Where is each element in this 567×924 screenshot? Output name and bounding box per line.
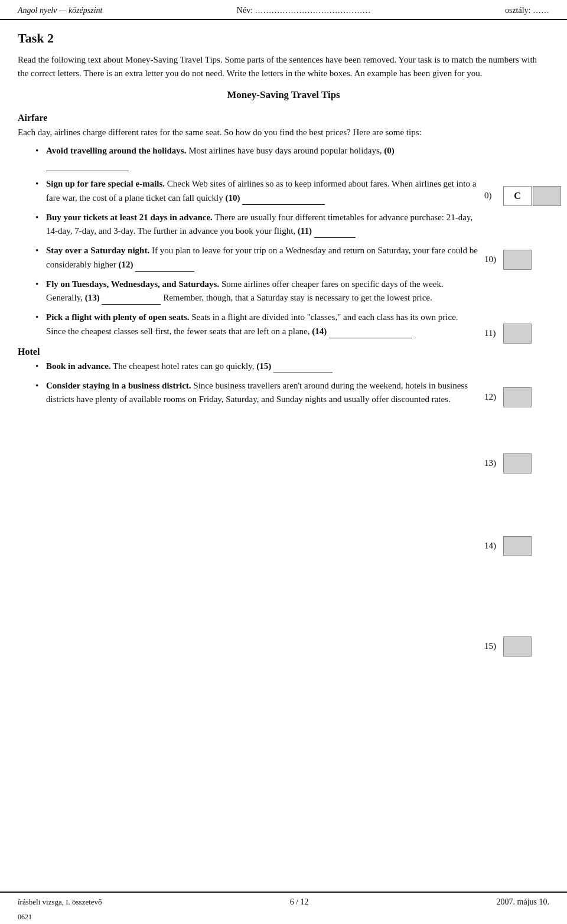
main-content: Task 2 Read the following text about Mon… bbox=[0, 20, 567, 779]
header-name: Név: …………………………………… bbox=[237, 6, 371, 15]
answer-row-12: 12) bbox=[484, 387, 549, 407]
bullet-2-blank bbox=[314, 228, 356, 239]
bullet-stay-over: Stay over a Saturday night. If you plan … bbox=[35, 244, 478, 272]
section-airfare-heading: Airfare bbox=[18, 113, 478, 123]
example-box-blank bbox=[533, 186, 561, 206]
bullet-book-advance: Book in advance. The cheapest hotel rate… bbox=[35, 360, 478, 373]
text-column: Airfare Each day, airlines charge differ… bbox=[18, 109, 484, 660]
bullet-3-blank bbox=[135, 262, 194, 272]
answer-row-15: 15) bbox=[484, 636, 549, 657]
footer-date: 2007. május 10. bbox=[497, 897, 549, 907]
answer-box-11[interactable] bbox=[503, 324, 532, 344]
bullet-consider-staying: Consider staying in a business district.… bbox=[35, 379, 478, 407]
hotel-1-bold: Consider staying in a business district. bbox=[46, 381, 191, 390]
spacer-14 bbox=[484, 477, 549, 536]
footer-page-number: 6 / 12 bbox=[290, 897, 309, 907]
bullet-sign-up: Sign up for fare special e-mails. Check … bbox=[35, 177, 478, 205]
bullet-buy-tickets: Buy your tickets at least 21 days in adv… bbox=[35, 211, 478, 239]
label-13: 13) bbox=[484, 458, 503, 468]
example-label: 0) bbox=[484, 191, 503, 201]
page-wrapper: Angol nyelv — középszint Név: …………………………… bbox=[0, 0, 567, 924]
section-hotel-heading: Hotel bbox=[18, 347, 478, 357]
answer-row-10: 10) bbox=[484, 250, 549, 270]
bullet-avoid-travelling: Avoid travelling around the holidays. Mo… bbox=[35, 144, 478, 172]
header-class: osztály: …… bbox=[505, 6, 549, 15]
answer-box-10[interactable] bbox=[503, 250, 532, 270]
section-airfare-intro: Each day, airlines charge different rate… bbox=[18, 126, 478, 139]
label-12: 12) bbox=[484, 392, 503, 402]
page-header: Angol nyelv — középszint Név: …………………………… bbox=[0, 0, 567, 20]
spacer-13 bbox=[484, 411, 549, 453]
footer-code: 0621 bbox=[0, 912, 567, 924]
answer-box-15[interactable] bbox=[503, 636, 532, 657]
hotel-0-blank bbox=[273, 364, 333, 374]
bullet-4-text2: Remember, though, that a Saturday stay i… bbox=[163, 293, 432, 302]
hotel-0-num: (15) bbox=[256, 361, 271, 371]
bullet-3-bold: Stay over a Saturday night. bbox=[46, 246, 149, 255]
task-title: Task 2 bbox=[18, 31, 549, 46]
bullet-1-bold: Sign up for fare special e-mails. bbox=[46, 179, 165, 188]
bullet-5-bold: Pick a flight with plenty of open seats. bbox=[46, 312, 190, 322]
hotel-bullet-list: Book in advance. The cheapest hotel rate… bbox=[35, 360, 478, 407]
bullet-4-blank bbox=[102, 295, 161, 305]
page-footer: írásbeli vizsga, I. összetevő 6 / 12 200… bbox=[0, 892, 567, 912]
hotel-0-text: The cheapest hotel rates can go quickly, bbox=[113, 361, 256, 371]
content-area: Airfare Each day, airlines charge differ… bbox=[18, 109, 549, 660]
label-15: 15) bbox=[484, 641, 503, 651]
bullet-fly-tuesdays: Fly on Tuesdays, Wednesdays, and Saturda… bbox=[35, 277, 478, 305]
bullet-4-bold: Fly on Tuesdays, Wednesdays, and Saturda… bbox=[46, 279, 219, 289]
bullet-pick-flight: Pick a flight with plenty of open seats.… bbox=[35, 311, 478, 338]
answer-row-13: 13) bbox=[484, 453, 549, 474]
label-14: 14) bbox=[484, 541, 503, 551]
bullet-2-num: (11) bbox=[298, 226, 312, 236]
bullet-2-bold: Buy your tickets at least 21 days in adv… bbox=[46, 213, 213, 222]
spacer-12 bbox=[484, 347, 549, 387]
bullet-0-bold: Avoid travelling around the holidays. bbox=[46, 146, 186, 155]
bullet-1-num: (10) bbox=[225, 193, 240, 203]
answer-row-11: 11) bbox=[484, 324, 549, 344]
bullet-5-blank bbox=[329, 328, 412, 338]
bullet-1-blank bbox=[242, 195, 325, 205]
example-answer-row: 0) C bbox=[484, 186, 549, 206]
example-box-pair: C bbox=[503, 186, 561, 206]
bullet-0-blank bbox=[46, 162, 129, 172]
bullet-3-num: (12) bbox=[118, 260, 133, 269]
instructions-text: Read the following text about Money-Savi… bbox=[18, 55, 537, 78]
answer-box-12[interactable] bbox=[503, 387, 532, 407]
task-instructions: Read the following text about Money-Savi… bbox=[18, 53, 549, 81]
label-11: 11) bbox=[484, 328, 503, 338]
header-subject: Angol nyelv — középszint bbox=[18, 6, 102, 15]
answer-row-14: 14) bbox=[484, 536, 549, 556]
answer-box-13[interactable] bbox=[503, 453, 532, 474]
bullet-4-num: (13) bbox=[85, 293, 100, 302]
label-10: 10) bbox=[484, 254, 503, 265]
spacer-11 bbox=[484, 273, 549, 324]
article-title: Money-Saving Travel Tips bbox=[18, 89, 549, 101]
example-box-letter: C bbox=[503, 186, 532, 206]
bullet-0-num: (0) bbox=[384, 146, 395, 155]
footer-exam-name: írásbeli vizsga, I. összetevő bbox=[18, 897, 102, 907]
airfare-bullet-list: Avoid travelling around the holidays. Mo… bbox=[35, 144, 478, 338]
bullet-5-num: (14) bbox=[312, 326, 327, 336]
answer-box-14[interactable] bbox=[503, 536, 532, 556]
bullet-0-text: Most airlines have busy days around popu… bbox=[188, 146, 384, 155]
hotel-0-bold: Book in advance. bbox=[46, 361, 111, 371]
spacer-15 bbox=[484, 560, 549, 636]
answers-column: 0) C 10) 11) bbox=[484, 109, 549, 660]
spacer-10 bbox=[484, 210, 549, 250]
